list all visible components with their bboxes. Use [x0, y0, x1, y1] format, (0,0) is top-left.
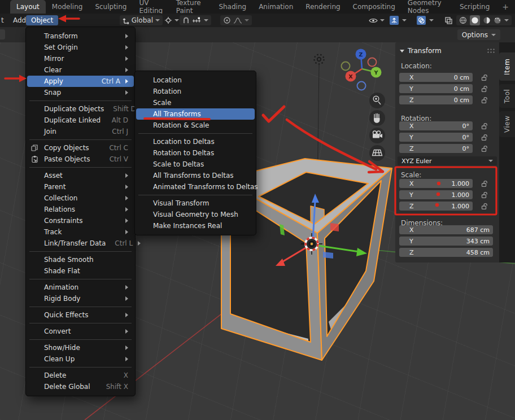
toggle-perspective-icon[interactable]	[369, 145, 385, 161]
lock-icon[interactable]	[481, 123, 488, 130]
axis-neg-x-ball[interactable]	[368, 58, 377, 67]
menu-item-clear[interactable]: Clear	[26, 64, 135, 76]
rotation-y-field[interactable]: Y0°	[399, 133, 473, 142]
tab-animation[interactable]: Animation	[252, 0, 299, 14]
location-z-field[interactable]: Z0 cm	[399, 95, 473, 104]
dimensions-x-field[interactable]: X687 cm	[399, 225, 493, 234]
rendered-shading-icon[interactable]	[494, 16, 501, 24]
menu-item-delete-global[interactable]: Delete GlobalShift X	[26, 381, 135, 392]
transform-orientation-dropdown[interactable]: Global	[120, 15, 163, 25]
menu-item-shade-flat[interactable]: Shade Flat	[26, 265, 135, 277]
menu-item-snap[interactable]: Snap	[26, 87, 135, 98]
menu-item-clean-up[interactable]: Clean Up	[26, 353, 135, 365]
options-button[interactable]: Options	[457, 29, 500, 40]
menu-item-rotation[interactable]: Rotation	[135, 86, 256, 97]
material-shading-icon[interactable]	[483, 16, 491, 24]
menu-item-make-instances-real[interactable]: Make Instances Real	[135, 220, 256, 231]
menu-item-scale[interactable]: Scale	[135, 97, 256, 108]
menu-item-link-transfer-data[interactable]: Link/Transfer DataCtrl L	[26, 238, 135, 249]
tab-tool[interactable]: Tool	[499, 84, 515, 108]
proportional-editing-group[interactable]	[220, 15, 252, 25]
menu-item-paste-objects[interactable]: Paste ObjectsCtrl V	[26, 154, 135, 165]
menu-item-all-transforms-to-deltas[interactable]: All Transforms to Deltas	[135, 170, 256, 181]
menu-item-show-hide[interactable]: Show/Hide	[26, 342, 135, 353]
menu-item-location-to-deltas[interactable]: Location to Deltas	[135, 136, 256, 147]
show-gizmo-toggle[interactable]	[390, 16, 399, 25]
lock-icon[interactable]	[481, 191, 488, 199]
select-menu-partial[interactable]: t	[1, 16, 4, 24]
lock-icon[interactable]	[481, 97, 488, 104]
menu-item-rotation-and-scale[interactable]: Rotation & Scale	[135, 120, 256, 131]
tab-uv-editing[interactable]: UV Editing	[133, 0, 169, 14]
show-overlays-toggle[interactable]	[417, 16, 426, 25]
menu-item-visual-transform[interactable]: Visual Transform	[135, 198, 256, 209]
active-tool-partial-icon[interactable]	[0, 29, 5, 40]
lock-icon[interactable]	[481, 74, 488, 81]
tab-scripting[interactable]: Scripting	[453, 0, 496, 14]
transform-panel-header[interactable]: Transform	[400, 47, 442, 55]
lock-icon[interactable]	[481, 180, 488, 187]
menu-item-animated-transforms-to-deltas[interactable]: Animated Transforms to Deltas	[135, 181, 256, 193]
menu-item-rigid-body[interactable]: Rigid Body	[26, 293, 135, 304]
location-y-field[interactable]: Y0 cm	[399, 84, 473, 93]
dimensions-y-field[interactable]: Y343 cm	[399, 237, 493, 246]
visibility-dropdown[interactable]	[366, 15, 387, 25]
menu-item-convert[interactable]: Convert	[26, 326, 135, 337]
chevron-down-icon[interactable]	[429, 19, 434, 21]
tab-shading[interactable]: Shading	[212, 0, 252, 14]
location-x-field[interactable]: X0 cm	[399, 73, 473, 82]
panel-drag-dots-icon[interactable]	[487, 48, 495, 54]
menu-item-parent[interactable]: Parent	[26, 181, 135, 193]
menu-item-track[interactable]: Track	[26, 226, 135, 238]
menu-item-constraints[interactable]: Constraints	[26, 215, 135, 226]
tab-view[interactable]: View	[499, 111, 515, 137]
tab-modeling[interactable]: Modeling	[46, 0, 89, 14]
xray-toggle[interactable]	[444, 16, 453, 25]
zoom-tool-icon[interactable]	[369, 93, 385, 108]
menu-item-duplicate-objects[interactable]: Duplicate ObjectsShift D	[26, 103, 135, 115]
snapping-group[interactable]	[180, 15, 211, 25]
lock-icon[interactable]	[481, 145, 488, 152]
menu-item-all-transforms[interactable]: All Transforms	[136, 108, 255, 120]
lock-icon[interactable]	[481, 203, 488, 210]
gizmo-plane-x[interactable]	[330, 223, 339, 231]
menu-item-transform[interactable]: Transform	[26, 30, 135, 42]
camera-view-icon[interactable]	[369, 128, 385, 143]
tab-geometry-nodes[interactable]: Geometry Nodes	[401, 0, 453, 14]
menu-item-apply[interactable]: ApplyCtrl A	[27, 76, 134, 87]
scale-z-field[interactable]: Z1.000	[399, 202, 473, 211]
add-workspace-button[interactable]: +	[496, 0, 515, 14]
lock-icon[interactable]	[481, 134, 488, 141]
menu-item-collection[interactable]: Collection	[26, 193, 135, 204]
menu-item-location[interactable]: Location	[135, 75, 256, 86]
dimensions-z-field[interactable]: Z458 cm	[399, 248, 493, 257]
menu-item-quick-effects[interactable]: Quick Effects	[26, 309, 135, 321]
solid-shading-active[interactable]	[470, 15, 480, 25]
menu-item-relations[interactable]: Relations	[26, 204, 135, 215]
wireframe-shading-icon[interactable]	[459, 16, 467, 24]
scale-y-field[interactable]: Y1.000	[399, 190, 473, 199]
tab-layout[interactable]: Layout	[10, 0, 46, 14]
pivot-point-dropdown[interactable]	[162, 15, 182, 25]
object-menu-button[interactable]: Object	[26, 15, 58, 25]
menu-item-mirror[interactable]: Mirror	[26, 53, 135, 64]
lock-icon[interactable]	[481, 85, 488, 93]
menu-item-shade-smooth[interactable]: Shade Smooth	[26, 254, 135, 265]
gizmo-plane-z[interactable]	[323, 252, 333, 259]
rotation-z-field[interactable]: Z0°	[399, 144, 473, 153]
axis-neg-y-ball[interactable]	[342, 62, 350, 71]
menu-item-set-origin[interactable]: Set Origin	[26, 42, 135, 53]
light-object-icon[interactable]	[315, 55, 324, 64]
chevron-down-icon[interactable]	[504, 19, 509, 21]
tab-compositing[interactable]: Compositing	[347, 0, 401, 14]
chevron-down-icon[interactable]	[402, 19, 407, 21]
menu-item-duplicate-linked[interactable]: Duplicate LinkedAlt D	[26, 115, 135, 126]
scale-x-field[interactable]: X1.000	[399, 179, 473, 188]
menu-item-copy-objects[interactable]: Copy ObjectsCtrl C	[26, 142, 135, 154]
tab-texture-paint[interactable]: Texture Paint	[170, 0, 213, 14]
tab-rendering[interactable]: Rendering	[299, 0, 346, 14]
pan-hand-icon[interactable]	[369, 110, 385, 126]
menu-item-visual-geometry-to-mesh[interactable]: Visual Geometry to Mesh	[135, 209, 256, 220]
rotation-x-field[interactable]: X0°	[399, 121, 473, 130]
axis-neg-z-ball[interactable]	[357, 82, 366, 90]
